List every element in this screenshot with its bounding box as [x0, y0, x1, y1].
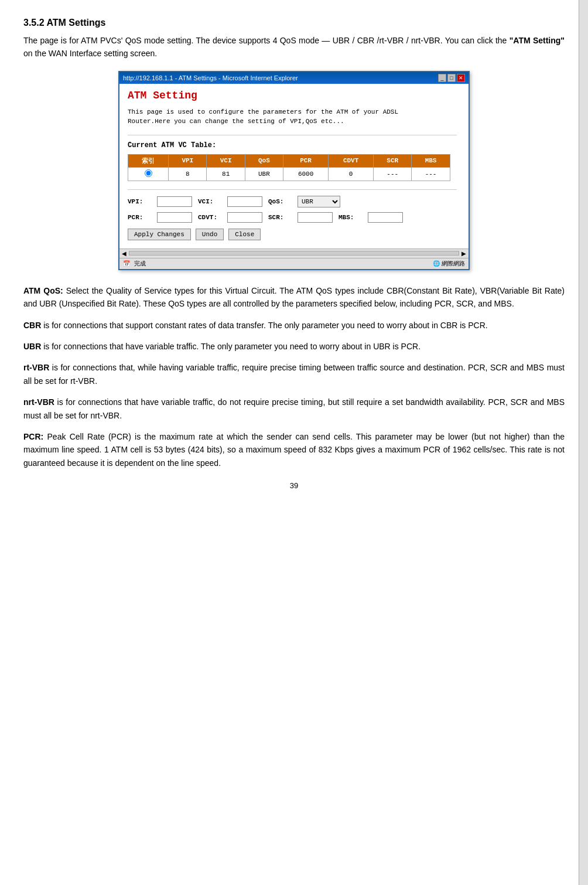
row-mbs: ---	[412, 167, 450, 181]
row-vpi: 8	[169, 167, 207, 181]
browser-title: http://192.168.1.1 - ATM Settings - Micr…	[123, 74, 298, 81]
row-radio-cell[interactable]	[128, 167, 169, 181]
vpi-input[interactable]	[157, 196, 192, 207]
col-qos: QoS	[245, 154, 283, 167]
ubr-label: UBR	[23, 342, 41, 351]
paragraph-cbr: CBR is for connections that support cons…	[23, 319, 565, 332]
statusbar-left: 📅 完成	[123, 260, 146, 268]
row-qos: UBR	[245, 167, 283, 181]
mbs-input[interactable]	[368, 212, 403, 223]
close-button[interactable]: Close	[228, 229, 261, 240]
row-radio[interactable]	[145, 169, 152, 177]
atm-page-title: ATM Setting	[128, 90, 457, 101]
vci-input[interactable]	[227, 196, 262, 207]
col-index: 索引	[128, 154, 169, 167]
browser-titlebar: http://192.168.1.1 - ATM Settings - Micr…	[119, 72, 469, 84]
cbr-label: CBR	[23, 321, 41, 330]
qos-select[interactable]: UBR CBR rt-VBR nrt-VBR	[298, 196, 340, 207]
scroll-right-arrow[interactable]: ▶	[461, 250, 466, 257]
col-mbs: MBS	[412, 154, 450, 167]
table-row: 8 81 UBR 6000 0 --- ---	[128, 167, 450, 181]
scr-input[interactable]	[298, 212, 333, 223]
paragraph-atm-qos: ATM QoS: Select the Quality of Service t…	[23, 284, 565, 311]
apply-changes-button[interactable]: Apply Changes	[128, 229, 191, 240]
atm-form: VPI: VCI: QoS: UBR CBR rt-VBR nrt-VBR PC…	[128, 196, 457, 223]
form-row-1: VPI: VCI: QoS: UBR CBR rt-VBR nrt-VBR	[128, 196, 457, 207]
cdvt-input[interactable]	[227, 212, 262, 223]
rt-vbr-label: rt-VBR	[23, 363, 49, 372]
form-row-2: PCR: CDVT: SCR: MBS:	[128, 212, 457, 223]
browser-statusbar: 📅 完成 🌐 網際網路	[119, 258, 469, 269]
atm-qos-label: ATM QoS:	[23, 286, 63, 295]
section-heading: 3.5.2 ATM Settings	[23, 18, 565, 28]
browser-window-controls[interactable]: _ □ ✕	[438, 74, 465, 82]
pcr-label-text: PCR:	[23, 432, 43, 441]
pcr-label: PCR:	[128, 214, 151, 221]
row-scr: ---	[374, 167, 412, 181]
row-vci: 81	[207, 167, 245, 181]
row-pcr: 6000	[283, 167, 329, 181]
col-cdvt: CDVT	[329, 154, 374, 167]
intro-paragraph: The page is for ATM PVCs' QoS mode setti…	[23, 34, 565, 60]
minimize-button[interactable]: _	[438, 74, 446, 82]
atm-description: This page is used to configure the param…	[128, 107, 457, 127]
browser-window: http://192.168.1.1 - ATM Settings - Micr…	[118, 71, 470, 270]
page-icon: 📅	[123, 260, 130, 267]
cdvt-label: CDVT:	[198, 214, 221, 221]
nrt-vbr-label: nrt-VBR	[23, 397, 54, 407]
divider	[128, 135, 457, 135]
col-vpi: VPI	[169, 154, 207, 167]
col-vci: VCI	[207, 154, 245, 167]
vpi-label: VPI:	[128, 198, 151, 205]
globe-icon: 🌐	[433, 260, 440, 267]
atm-vc-table: 索引 VPI VCI QoS PCR CDVT SCR MBS	[128, 154, 450, 181]
page-number: 39	[23, 481, 565, 490]
scrollbar-track[interactable]	[129, 251, 459, 256]
horizontal-scrollbar[interactable]: ◀ ▶	[119, 249, 469, 258]
col-pcr: PCR	[283, 154, 329, 167]
paragraph-nrt-vbr: nrt-VBR is for connections that have var…	[23, 396, 565, 422]
paragraph-rt-vbr: rt-VBR is for connections that, while ha…	[23, 361, 565, 387]
vci-label: VCI:	[198, 198, 221, 205]
paragraph-pcr: PCR: Peak Cell Rate (PCR) is the maximum…	[23, 430, 565, 469]
maximize-button[interactable]: □	[447, 74, 456, 82]
statusbar-right: 🌐 網際網路	[433, 260, 465, 268]
pcr-input[interactable]	[157, 212, 192, 223]
table-header-row: 索引 VPI VCI QoS PCR CDVT SCR MBS	[128, 154, 450, 167]
row-cdvt: 0	[329, 167, 374, 181]
scroll-left-arrow[interactable]: ◀	[122, 250, 127, 257]
vertical-scrollbar[interactable]	[579, 0, 588, 885]
content-paragraphs: ATM QoS: Select the Quality of Service t…	[23, 284, 565, 469]
mbs-label: MBS:	[339, 214, 362, 221]
paragraph-ubr: UBR is for connections that have variabl…	[23, 340, 565, 353]
col-scr: SCR	[374, 154, 412, 167]
scr-label: SCR:	[268, 214, 292, 221]
button-row: Apply Changes Undo Close	[128, 229, 457, 240]
undo-button[interactable]: Undo	[196, 229, 224, 240]
divider2	[128, 189, 457, 190]
close-window-button[interactable]: ✕	[457, 74, 465, 82]
table-section-label: Current ATM VC Table:	[128, 141, 457, 149]
qos-label: QoS:	[268, 198, 292, 205]
